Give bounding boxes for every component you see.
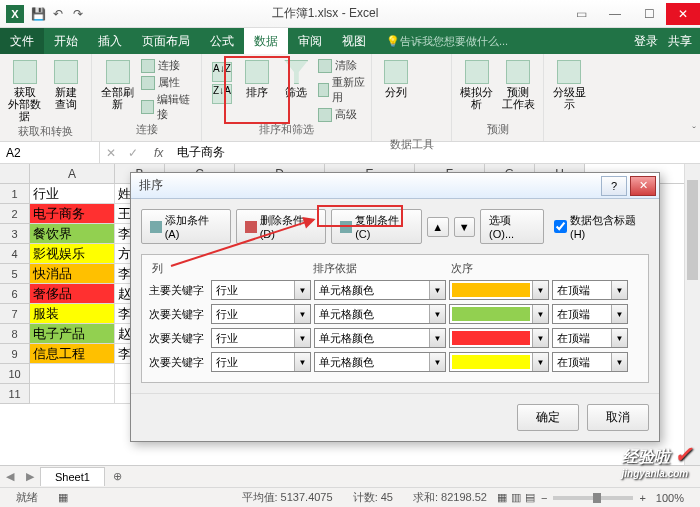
flash-fill-icon[interactable]	[418, 58, 433, 73]
sort-by-combo[interactable]: 单元格颜色▼	[314, 352, 446, 372]
consolidate-icon[interactable]	[418, 106, 433, 121]
chevron-down-icon[interactable]: ▼	[532, 305, 548, 323]
forecast-button[interactable]: 预测 工作表	[500, 58, 538, 112]
cell[interactable]: 电子产品	[30, 324, 115, 344]
row-header[interactable]: 5	[0, 264, 30, 284]
sort-field-combo[interactable]: 行业▼	[211, 352, 311, 372]
cancel-formula-icon[interactable]: ✕	[100, 146, 122, 160]
row-header[interactable]: 4	[0, 244, 30, 264]
name-box[interactable]: A2	[0, 142, 100, 163]
cell[interactable]: 行业	[30, 184, 115, 204]
properties-button[interactable]: 属性	[141, 75, 195, 90]
sheet-tab[interactable]: Sheet1	[40, 467, 105, 486]
row-header[interactable]: 6	[0, 284, 30, 304]
cell[interactable]: 服装	[30, 304, 115, 324]
dialog-close-icon[interactable]: ✕	[630, 176, 656, 196]
view-normal-icon[interactable]: ▦	[497, 491, 507, 504]
chevron-down-icon[interactable]: ▼	[611, 329, 627, 347]
tab-file[interactable]: 文件	[0, 28, 44, 54]
view-layout-icon[interactable]: ▥	[507, 491, 525, 504]
chevron-down-icon[interactable]: ▼	[429, 353, 445, 371]
clear-button[interactable]: 清除	[318, 58, 365, 73]
enter-formula-icon[interactable]: ✓	[122, 146, 144, 160]
chevron-down-icon[interactable]: ▼	[429, 305, 445, 323]
chevron-down-icon[interactable]: ▼	[532, 329, 548, 347]
cell[interactable]: 快消品	[30, 264, 115, 284]
col-header[interactable]: A	[30, 164, 115, 183]
tab-home[interactable]: 开始	[44, 28, 88, 54]
sort-by-combo[interactable]: 单元格颜色▼	[314, 328, 446, 348]
cell[interactable]: 影视娱乐	[30, 244, 115, 264]
cell[interactable]: 餐饮界	[30, 224, 115, 244]
chevron-down-icon[interactable]: ▼	[294, 305, 310, 323]
remove-dup-icon[interactable]	[418, 74, 433, 89]
row-header[interactable]: 9	[0, 344, 30, 364]
sort-field-combo[interactable]: 行业▼	[211, 280, 311, 300]
dialog-help-icon[interactable]: ?	[601, 176, 627, 196]
zoom-out-icon[interactable]: −	[535, 492, 547, 504]
sort-pos-combo[interactable]: 在顶端▼	[552, 280, 628, 300]
row-header[interactable]: 3	[0, 224, 30, 244]
row-header[interactable]: 8	[0, 324, 30, 344]
add-condition-button[interactable]: 添加条件(A)	[141, 209, 231, 244]
cell[interactable]: 信息工程	[30, 344, 115, 364]
cell[interactable]	[30, 384, 115, 404]
save-icon[interactable]: 💾	[30, 6, 46, 22]
zoom-slider[interactable]	[553, 496, 633, 500]
sort-pos-combo[interactable]: 在顶端▼	[552, 304, 628, 324]
sort-color-combo[interactable]: ▼	[449, 352, 549, 372]
sort-by-combo[interactable]: 单元格颜色▼	[314, 304, 446, 324]
chevron-down-icon[interactable]: ▼	[611, 305, 627, 323]
cell[interactable]: 电子商务	[30, 204, 115, 224]
move-up-button[interactable]: ▲	[427, 217, 449, 237]
chevron-down-icon[interactable]: ▼	[429, 329, 445, 347]
header-checkbox[interactable]: 数据包含标题(H)	[554, 213, 649, 240]
get-external-data-button[interactable]: 获取 外部数据	[6, 58, 44, 124]
redo-icon[interactable]: ↷	[70, 6, 86, 22]
whatif-button[interactable]: 模拟分析	[458, 58, 496, 112]
outline-button[interactable]: 分级显示	[550, 58, 588, 112]
refresh-all-button[interactable]: 全部刷新	[98, 58, 137, 112]
undo-icon[interactable]: ↶	[50, 6, 66, 22]
row-header[interactable]: 2	[0, 204, 30, 224]
chevron-down-icon[interactable]: ▼	[294, 329, 310, 347]
new-sheet-icon[interactable]: ⊕	[105, 470, 130, 483]
fx-icon[interactable]: fx	[144, 146, 173, 160]
cancel-button[interactable]: 取消	[587, 404, 649, 431]
sort-field-combo[interactable]: 行业▼	[211, 304, 311, 324]
connections-button[interactable]: 连接	[141, 58, 195, 73]
sort-field-combo[interactable]: 行业▼	[211, 328, 311, 348]
minimize-icon[interactable]: —	[598, 3, 632, 25]
chevron-down-icon[interactable]: ▼	[611, 353, 627, 371]
tell-me-input[interactable]: 💡 告诉我您想要做什么...	[376, 28, 634, 54]
reapply-button[interactable]: 重新应用	[318, 75, 365, 105]
maximize-icon[interactable]: ☐	[632, 3, 666, 25]
chevron-down-icon[interactable]: ▼	[532, 281, 548, 299]
cell[interactable]	[30, 364, 115, 384]
sort-by-combo[interactable]: 单元格颜色▼	[314, 280, 446, 300]
row-header[interactable]: 10	[0, 364, 30, 384]
tab-layout[interactable]: 页面布局	[132, 28, 200, 54]
sort-color-combo[interactable]: ▼	[449, 304, 549, 324]
chevron-down-icon[interactable]: ▼	[294, 353, 310, 371]
sheet-nav-prev-icon[interactable]: ◀	[0, 470, 20, 483]
vertical-scrollbar[interactable]	[684, 164, 700, 465]
chevron-down-icon[interactable]: ▼	[611, 281, 627, 299]
ok-button[interactable]: 确定	[517, 404, 579, 431]
view-pagebreak-icon[interactable]: ▤	[525, 491, 535, 504]
row-header[interactable]: 7	[0, 304, 30, 324]
edit-links-button[interactable]: 编辑链接	[141, 92, 195, 122]
row-header[interactable]: 1	[0, 184, 30, 204]
sort-pos-combo[interactable]: 在顶端▼	[552, 328, 628, 348]
share-button[interactable]: 共享	[668, 33, 692, 50]
close-icon[interactable]: ✕	[666, 3, 700, 25]
cell[interactable]: 奢侈品	[30, 284, 115, 304]
sort-color-combo[interactable]: ▼	[449, 328, 549, 348]
tab-review[interactable]: 审阅	[288, 28, 332, 54]
new-query-button[interactable]: 新建 查询	[48, 58, 86, 112]
tab-view[interactable]: 视图	[332, 28, 376, 54]
validation-icon[interactable]	[418, 90, 433, 105]
relations-icon[interactable]	[418, 122, 433, 137]
tab-insert[interactable]: 插入	[88, 28, 132, 54]
chevron-down-icon[interactable]: ▼	[294, 281, 310, 299]
